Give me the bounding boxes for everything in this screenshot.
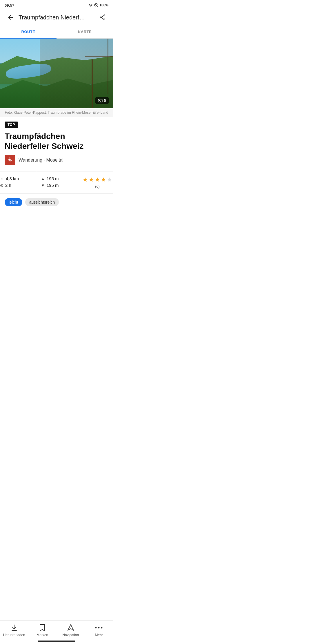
content-area: TOP Traumpfädchen Niederfeller Schweiz W… [0, 117, 113, 165]
wifi-icon [88, 3, 93, 7]
stat-cell-rating: ★ ★ ★ ★ ★ (6) [77, 171, 113, 193]
share-icon [99, 14, 106, 21]
back-button[interactable] [5, 12, 16, 23]
svg-point-8 [99, 100, 101, 101]
tabs: ROUTE KARTE [0, 26, 113, 39]
svg-line-11 [11, 159, 12, 161]
stat-descent: ▼ 195 m [41, 183, 72, 188]
svg-point-4 [104, 19, 105, 20]
top-bar: Traumpfädchen Niederf… [0, 9, 113, 26]
page-title: Traumpfädchen Niederf… [19, 14, 94, 21]
back-icon [7, 14, 14, 21]
svg-rect-7 [98, 99, 102, 102]
star-2: ★ [89, 176, 94, 183]
svg-line-6 [101, 18, 104, 19]
stat-cell-elevation: ▲ 195 m ▼ 195 m [36, 171, 77, 193]
svg-point-9 [9, 158, 10, 159]
svg-line-10 [8, 159, 9, 161]
tab-route[interactable]: ROUTE [0, 26, 57, 39]
svg-line-1 [95, 4, 97, 6]
distance-icon: ↔ [0, 176, 4, 181]
ascent-icon: ▲ [41, 176, 45, 181]
share-button[interactable] [97, 12, 108, 23]
tag-aussichtsreich[interactable]: aussichtsreich [25, 198, 59, 206]
nosim-icon [94, 3, 98, 7]
clock-icon: ⊙ [0, 183, 3, 188]
trail-meta: Wanderung · Moseltal [5, 155, 108, 165]
battery-text: 100% [99, 3, 108, 7]
trail-type-icon [5, 155, 15, 165]
star-5: ★ [107, 176, 112, 183]
svg-point-2 [104, 15, 105, 16]
tags-row: leicht aussichtsreich [0, 193, 113, 211]
photo-count-badge[interactable]: 5 [95, 97, 109, 104]
hero-image: 5 [0, 39, 113, 108]
rating-stars: ★ ★ ★ ★ ★ [83, 176, 112, 183]
hiker-icon [7, 157, 13, 163]
stat-distance: ↔ 4,3 km [0, 176, 31, 181]
tag-leicht[interactable]: leicht [5, 198, 22, 206]
stats-row: ↔ 4,3 km ⊙ 2 h ▲ 195 m ▼ 195 m ★ ★ ★ ★ ★… [0, 171, 113, 193]
stat-cell-distance: ↔ 4,3 km ⊙ 2 h [0, 171, 36, 193]
top-badge: TOP [5, 122, 18, 128]
photo-icon [98, 99, 103, 103]
status-bar: 09:57 100% [0, 0, 113, 9]
svg-line-5 [101, 16, 104, 17]
photo-caption: Foto: Klaus-Peter-Kappest, Traumpfade im… [0, 108, 113, 117]
star-4: ★ [101, 176, 106, 183]
photo-count: 5 [104, 98, 106, 103]
descent-icon: ▼ [41, 183, 45, 188]
rating-count: (6) [95, 184, 100, 189]
star-1: ★ [83, 176, 88, 183]
stat-ascent: ▲ 195 m [41, 176, 72, 181]
stat-duration: ⊙ 2 h [0, 183, 31, 188]
trail-title: Traumpfädchen Niederfeller Schweiz [5, 131, 108, 151]
trail-type-text: Wanderung · Moseltal [19, 158, 63, 163]
svg-point-3 [100, 17, 101, 18]
tab-karte[interactable]: KARTE [57, 26, 113, 39]
status-time: 09:57 [5, 3, 14, 8]
status-icons: 100% [88, 3, 108, 7]
star-3: ★ [95, 176, 100, 183]
